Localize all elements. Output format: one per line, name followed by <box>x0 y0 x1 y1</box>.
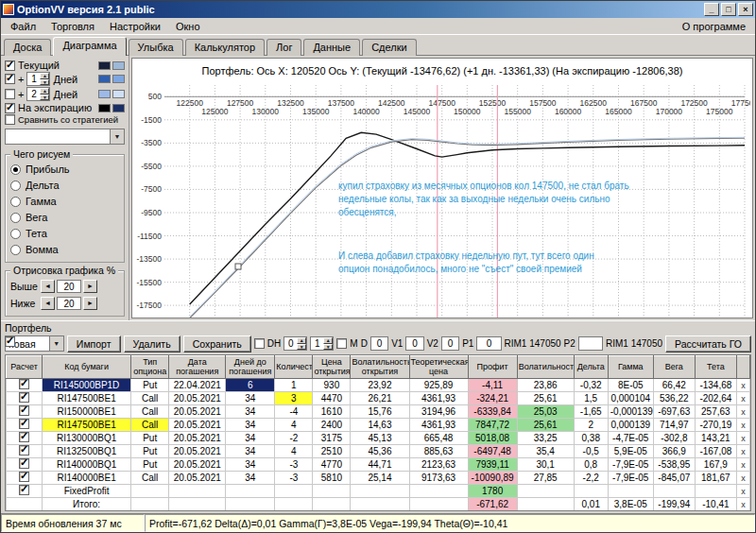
v1-field[interactable]: 0 <box>405 336 423 351</box>
spin-down-icon[interactable]: ▼ <box>297 344 306 351</box>
tab-board[interactable]: Доска <box>4 39 51 56</box>
table-row[interactable]: RI140000BE1Call20.05.202134-3581025,1491… <box>7 472 750 485</box>
tab-calculator[interactable]: Калькулятор <box>185 39 265 56</box>
save-button[interactable]: Сохранить <box>183 335 251 352</box>
radio-icon[interactable] <box>10 164 21 175</box>
current-checkbox[interactable] <box>5 60 15 71</box>
row-calc-checkbox[interactable] <box>19 445 29 456</box>
radio-icon[interactable] <box>10 197 21 207</box>
radio-icon[interactable] <box>10 181 21 191</box>
menu-trading[interactable]: Торговля <box>43 19 102 34</box>
cell-vega: 714,97 <box>653 419 695 432</box>
table-row[interactable]: FixedProfit1780x <box>7 485 750 498</box>
table-row[interactable]: RI132500BQ1Put20.05.2021344251045,36885,… <box>7 445 750 458</box>
above-increase-button[interactable]: ► <box>83 280 97 293</box>
expiration-checkbox[interactable] <box>5 103 15 113</box>
draw-option-5[interactable]: Вомма <box>10 242 119 258</box>
below-decrease-button[interactable]: ◄ <box>41 297 55 310</box>
row-delete-button[interactable]: x <box>736 445 749 458</box>
row-calc-checkbox[interactable] <box>19 458 29 469</box>
table-row[interactable]: Итого:-671,620,013,8E-05-199,94-10,41x <box>7 498 750 511</box>
import-button[interactable]: Импорт <box>67 335 121 352</box>
radio-icon[interactable] <box>10 245 21 255</box>
tab-diagram[interactable]: Диаграмма <box>53 37 126 56</box>
cell-profit: 7939,11 <box>468 458 517 472</box>
chevron-down-icon[interactable]: ▼ <box>49 336 63 351</box>
plus2-days-stepper[interactable]: 2 ▲▼ <box>26 87 50 101</box>
row-calc-checkbox[interactable] <box>19 432 29 442</box>
draw-option-4[interactable]: Тета <box>10 226 119 242</box>
draw-option-1[interactable]: Дельта <box>10 178 119 194</box>
below-increase-button[interactable]: ► <box>83 297 97 310</box>
status-greeks: Profit=-671,62 Delta(Δ)=0,01 Gamma(Г)=3,… <box>145 514 755 532</box>
compare-strategy-checkbox[interactable] <box>5 114 15 125</box>
cell-open_price: 4470 <box>313 392 351 405</box>
grid-auto-checkbox[interactable] <box>5 336 15 347</box>
row-delete-button[interactable]: x <box>736 472 749 485</box>
cell-qty: 1 <box>275 379 313 392</box>
row-calc-checkbox[interactable] <box>19 379 29 389</box>
minimize-button[interactable]: _ <box>704 3 719 16</box>
row-delete-button[interactable]: x <box>736 379 749 392</box>
strategy-select[interactable]: ▼ <box>5 129 125 145</box>
dh-checkbox[interactable] <box>254 338 265 349</box>
menu-file[interactable]: Файл <box>3 19 43 34</box>
above-decrease-button[interactable]: ◄ <box>41 280 55 293</box>
p1-field[interactable]: 0 <box>476 336 501 351</box>
dh-stepper-2[interactable]: 1 ▲▼ <box>310 336 334 351</box>
delete-button[interactable]: Удалить <box>124 335 180 352</box>
tab-data[interactable]: Данные <box>303 39 360 56</box>
table-row[interactable]: RI140000BQ1Put20.05.202134-3477044,71212… <box>7 458 750 472</box>
cell-qty: -3 <box>275 458 313 472</box>
row-calc-checkbox[interactable] <box>19 472 29 482</box>
row-delete-button[interactable]: x <box>736 405 749 419</box>
plus1-checkbox[interactable] <box>5 74 15 84</box>
dh-stepper-1[interactable]: 0 ▲▼ <box>284 336 307 351</box>
radio-icon[interactable] <box>10 229 21 239</box>
row-calc-checkbox[interactable] <box>19 405 29 416</box>
chevron-down-icon[interactable]: ▼ <box>110 129 124 144</box>
tab-smile[interactable]: Улыбка <box>129 39 183 56</box>
row-calc-checkbox[interactable] <box>19 419 29 429</box>
row-delete-button[interactable]: x <box>736 392 749 405</box>
menu-settings[interactable]: Настройки <box>102 19 168 34</box>
row-delete-button[interactable]: x <box>736 485 749 498</box>
row-calc-checkbox[interactable] <box>19 392 29 403</box>
close-button[interactable]: × <box>738 3 753 16</box>
maximize-button[interactable]: □ <box>721 3 736 16</box>
d-field[interactable]: 0 <box>370 336 388 351</box>
table-row[interactable]: RI130000BQ1Put20.05.202134-2317545,13665… <box>7 432 750 445</box>
menu-about[interactable]: О программе <box>675 19 753 34</box>
menu-window[interactable]: Окно <box>168 19 208 34</box>
spin-down-icon[interactable]: ▼ <box>323 344 333 351</box>
drag-handle[interactable] <box>235 264 241 269</box>
plus1-days-stepper[interactable]: 1 ▲▼ <box>26 72 50 86</box>
m-checkbox[interactable] <box>336 338 347 349</box>
x-tick-label: 145000 <box>404 107 431 116</box>
plus2-checkbox[interactable] <box>5 89 15 99</box>
row-delete-button[interactable]: x <box>736 458 749 472</box>
tab-log[interactable]: Лог <box>266 39 301 56</box>
draw-option-0[interactable]: Прибыль <box>10 162 119 178</box>
calc-go-button[interactable]: Рассчитать ГО <box>665 335 751 352</box>
row-delete-button[interactable]: x <box>736 419 749 432</box>
m-label: М <box>350 338 357 349</box>
draw-option-3[interactable]: Вега <box>10 210 119 226</box>
table-row[interactable]: RI150000BE1Call20.05.202134-4161015,7631… <box>7 405 750 419</box>
table-row[interactable]: RI147500BE1Call20.05.2021343447026,21436… <box>7 392 750 405</box>
draw-option-2[interactable]: Гамма <box>10 194 119 210</box>
row-delete-button[interactable]: x <box>736 432 749 445</box>
p2-field[interactable] <box>578 336 603 351</box>
cell-date: 20.05.2021 <box>169 445 226 458</box>
radio-icon[interactable] <box>10 213 21 223</box>
spin-down-icon[interactable]: ▼ <box>40 79 49 86</box>
spin-down-icon[interactable]: ▼ <box>40 95 49 101</box>
plus1-days-value: 1 <box>27 73 40 85</box>
table-row[interactable]: RI147500BE1Call20.05.2021344240014,63436… <box>7 419 750 432</box>
row-calc-checkbox[interactable] <box>19 485 29 495</box>
row-delete-button[interactable]: x <box>736 498 749 511</box>
tab-deals[interactable]: Сделки <box>362 39 417 56</box>
cell-type: Call <box>131 472 169 485</box>
table-row[interactable]: RI145000BP1DPut22.04.20216193023,92925,8… <box>7 379 750 392</box>
v2-field[interactable]: 0 <box>441 336 459 351</box>
